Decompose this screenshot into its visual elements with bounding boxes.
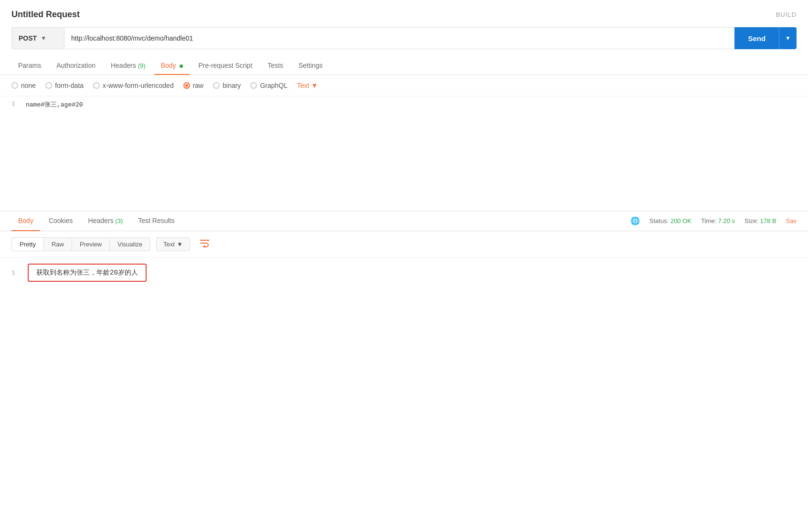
tab-body[interactable]: Body xyxy=(154,57,190,75)
response-content-box: 获取到名称为张三，年龄20岁的人 xyxy=(28,264,147,282)
option-raw[interactable]: raw xyxy=(183,82,204,89)
tab-tests[interactable]: Tests xyxy=(261,57,290,75)
send-btn-wrap: Send ▼ xyxy=(734,27,797,49)
radio-form-data xyxy=(45,82,52,89)
send-dropdown-button[interactable]: ▼ xyxy=(779,27,797,49)
option-raw-label: raw xyxy=(193,82,204,89)
globe-icon: 🌐 xyxy=(630,216,640,225)
format-type-select[interactable]: Text ▼ xyxy=(156,237,190,251)
response-line-number-1: 1 xyxy=(11,269,26,277)
option-x-www[interactable]: x-www-form-urlencoded xyxy=(93,82,174,89)
editor-line-1: 1 name#张三,age#20 xyxy=(0,96,808,113)
option-graphql[interactable]: GraphQL xyxy=(250,82,287,89)
option-form-data-label: form-data xyxy=(55,82,84,89)
size-label: Size: xyxy=(744,217,758,224)
response-headers-badge: (3) xyxy=(115,217,123,224)
option-x-www-label: x-www-form-urlencoded xyxy=(103,82,174,89)
response-tab-cookies[interactable]: Cookies xyxy=(42,211,80,231)
method-chevron-icon: ▼ xyxy=(41,35,46,42)
url-bar: POST ▼ Send ▼ xyxy=(0,27,808,57)
time-label: Time: xyxy=(701,217,716,224)
save-link[interactable]: Sav xyxy=(786,217,797,224)
response-text-1: 获取到名称为张三，年龄20岁的人 xyxy=(36,268,138,277)
response-tab-test-results[interactable]: Test Results xyxy=(131,211,181,231)
response-line-1: 1 获取到名称为张三，年龄20岁的人 xyxy=(11,264,797,282)
body-options: none form-data x-www-form-urlencoded raw… xyxy=(0,75,808,96)
status-value: 200 OK xyxy=(670,217,691,224)
response-tabs: Body Cookies Headers (3) Test Results 🌐 … xyxy=(0,211,808,231)
response-meta: 🌐 Status: 200 OK Time: 7.20 s Size: 178 … xyxy=(630,216,797,225)
raw-type-chevron-icon: ▼ xyxy=(311,82,318,89)
build-label: BUILD xyxy=(776,11,797,18)
tab-settings[interactable]: Settings xyxy=(292,57,330,75)
time-section: Time: 7.20 s xyxy=(701,217,735,224)
raw-type-select[interactable]: Text ▼ xyxy=(297,82,318,89)
format-type-chevron-icon: ▼ xyxy=(177,241,183,248)
size-value: 178 B xyxy=(760,217,776,224)
response-body: 1 获取到名称为张三，年龄20岁的人 xyxy=(0,258,808,287)
status-section: Status: 200 OK xyxy=(649,217,691,224)
code-editor[interactable]: 1 name#张三,age#20 xyxy=(0,96,808,211)
size-section: Size: 178 B xyxy=(744,217,776,224)
raw-type-label: Text xyxy=(297,82,309,89)
format-tab-visualize[interactable]: Visualize xyxy=(109,237,150,251)
time-value: 7.20 s xyxy=(718,217,735,224)
status-label: Status: xyxy=(649,217,669,224)
radio-binary xyxy=(213,82,220,89)
method-select[interactable]: POST ▼ xyxy=(11,27,64,49)
option-graphql-label: GraphQL xyxy=(260,82,287,89)
body-dot-icon xyxy=(180,64,183,68)
line-content-1: name#张三,age#20 xyxy=(26,100,83,109)
tab-params[interactable]: Params xyxy=(11,57,48,75)
wrap-button[interactable] xyxy=(195,236,215,253)
format-bar: Pretty Raw Preview Visualize Text ▼ xyxy=(0,231,808,258)
response-tabs-left: Body Cookies Headers (3) Test Results xyxy=(11,211,181,231)
option-none[interactable]: none xyxy=(11,82,36,89)
response-tab-body[interactable]: Body xyxy=(11,211,40,231)
format-tab-raw[interactable]: Raw xyxy=(43,237,72,251)
url-input[interactable] xyxy=(64,27,734,49)
format-tab-preview[interactable]: Preview xyxy=(72,237,109,251)
format-tab-pretty[interactable]: Pretty xyxy=(11,237,43,251)
headers-badge: (9) xyxy=(138,62,146,69)
response-section: Body Cookies Headers (3) Test Results 🌐 … xyxy=(0,211,808,287)
page: Untitled Request BUILD POST ▼ Send ▼ Par… xyxy=(0,0,808,532)
tab-prerequest[interactable]: Pre-request Script xyxy=(191,57,259,75)
tab-headers[interactable]: Headers (9) xyxy=(104,57,152,75)
option-form-data[interactable]: form-data xyxy=(45,82,84,89)
option-none-label: none xyxy=(21,82,36,89)
radio-none xyxy=(11,82,18,89)
send-button[interactable]: Send xyxy=(734,27,779,49)
request-title: Untitled Request xyxy=(11,10,80,20)
radio-x-www xyxy=(93,82,100,89)
header: Untitled Request BUILD xyxy=(0,10,808,27)
radio-graphql xyxy=(250,82,257,89)
option-binary-label: binary xyxy=(223,82,241,89)
tab-authorization[interactable]: Authorization xyxy=(50,57,102,75)
format-type-label: Text xyxy=(163,241,175,248)
method-label: POST xyxy=(19,34,37,42)
option-binary[interactable]: binary xyxy=(213,82,241,89)
line-number-1: 1 xyxy=(11,100,26,107)
radio-raw xyxy=(183,82,190,89)
response-tab-headers[interactable]: Headers (3) xyxy=(82,211,130,231)
request-tabs: Params Authorization Headers (9) Body Pr… xyxy=(0,57,808,75)
